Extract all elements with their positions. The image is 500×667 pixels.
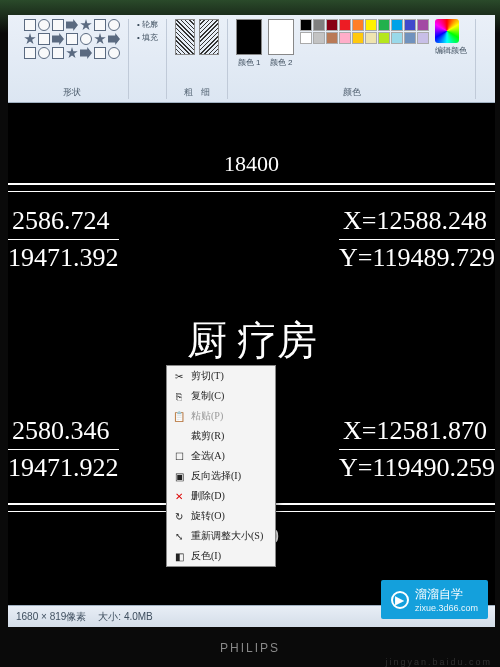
stroke-group: 粗 细 xyxy=(167,19,228,99)
color-swatch[interactable] xyxy=(339,19,351,31)
color2-swatch[interactable] xyxy=(268,19,294,55)
context-menu-item[interactable]: ◧反色(I) xyxy=(167,546,275,566)
stroke-thin-button[interactable] xyxy=(199,19,219,55)
menu-icon: ☐ xyxy=(173,450,185,462)
stroke-thick-button[interactable] xyxy=(175,19,195,55)
shape-icon[interactable] xyxy=(80,19,92,31)
shape-icon[interactable] xyxy=(38,33,50,45)
shapes-gallery[interactable] xyxy=(24,19,120,59)
shape-icon[interactable] xyxy=(66,47,78,59)
context-menu-item[interactable]: ↻旋转(O) xyxy=(167,506,275,526)
shape-icon[interactable] xyxy=(108,33,120,45)
shapes-group-label: 形状 xyxy=(63,86,81,99)
coord-x: X=12581.870 xyxy=(339,413,495,450)
thick-label: 粗 xyxy=(184,86,193,99)
shape-icon[interactable] xyxy=(108,47,120,59)
color-swatch[interactable] xyxy=(391,32,403,44)
monitor-bezel: PHILIPS jingyan.baidu.com xyxy=(0,627,500,667)
color-swatch[interactable] xyxy=(417,19,429,31)
coord-y: 19471.922 xyxy=(8,450,119,486)
colors-group: 颜色 1 颜色 2 编辑颜色 颜色 xyxy=(228,19,476,99)
menu-icon: ◧ xyxy=(173,550,185,562)
context-menu-item[interactable]: ✕删除(D) xyxy=(167,486,275,506)
faint-watermark: jingyan.baidu.com xyxy=(385,657,492,667)
shape-icon[interactable] xyxy=(66,19,78,31)
watermark-url: zixue.3d66.com xyxy=(415,603,478,613)
context-menu-item: 📋粘贴(P) xyxy=(167,406,275,426)
shape-icon[interactable] xyxy=(24,19,36,31)
coord-bottom-left: 2580.346 19471.922 xyxy=(8,413,119,487)
menu-label: 删除(D) xyxy=(191,489,225,503)
menu-icon: ▣ xyxy=(173,470,185,482)
center-label: 厨 疗房 xyxy=(187,313,317,368)
shape-icon[interactable] xyxy=(80,47,92,59)
menu-icon: ✕ xyxy=(173,490,185,502)
menu-label: 重新调整大小(S) xyxy=(191,529,263,543)
context-menu-item[interactable]: 裁剪(R) xyxy=(167,426,275,446)
coord-x: 2586.724 xyxy=(8,203,119,240)
menu-icon: ✂ xyxy=(173,370,185,382)
shape-icon[interactable] xyxy=(66,33,78,45)
color-swatch[interactable] xyxy=(352,32,364,44)
context-menu-item[interactable]: ⎘复制(C) xyxy=(167,386,275,406)
coord-top-right: X=12588.248 Y=119489.729 xyxy=(339,203,495,277)
menu-label: 粘贴(P) xyxy=(191,409,223,423)
monitor-brand: PHILIPS xyxy=(220,641,280,655)
shape-icon[interactable] xyxy=(24,33,36,45)
shape-icon[interactable] xyxy=(94,19,106,31)
color-swatch[interactable] xyxy=(378,32,390,44)
shape-icon[interactable] xyxy=(108,19,120,31)
shape-icon[interactable] xyxy=(24,47,36,59)
color-swatch[interactable] xyxy=(404,32,416,44)
color-swatch[interactable] xyxy=(352,19,364,31)
color-swatch[interactable] xyxy=(365,19,377,31)
coord-x: X=12588.248 xyxy=(339,203,495,240)
menu-label: 裁剪(R) xyxy=(191,429,224,443)
shape-icon[interactable] xyxy=(38,47,50,59)
color-swatch[interactable] xyxy=(326,19,338,31)
context-menu-item[interactable]: ☐全选(A) xyxy=(167,446,275,466)
color-swatch[interactable] xyxy=(404,19,416,31)
color-swatch[interactable] xyxy=(417,32,429,44)
coord-y: 19471.392 xyxy=(8,240,119,276)
color-swatch[interactable] xyxy=(300,19,312,31)
color-palette[interactable] xyxy=(300,19,429,44)
color-swatch[interactable] xyxy=(313,19,325,31)
shape-icon[interactable] xyxy=(80,33,92,45)
context-menu: ✂剪切(T)⎘复制(C)📋粘贴(P)裁剪(R)☐全选(A)▣反向选择(I)✕删除… xyxy=(166,365,276,567)
edit-colors-button[interactable] xyxy=(435,19,459,43)
thin-label: 细 xyxy=(201,86,210,99)
color-swatch[interactable] xyxy=(300,32,312,44)
status-size: 大小: 4.0MB xyxy=(98,610,152,624)
shape-icon[interactable] xyxy=(52,33,64,45)
color-swatch[interactable] xyxy=(391,19,403,31)
context-menu-item[interactable]: ▣反向选择(I) xyxy=(167,466,275,486)
dimension-top: 18400 xyxy=(224,151,279,177)
color-swatch[interactable] xyxy=(313,32,325,44)
color-swatch[interactable] xyxy=(339,32,351,44)
outline-button[interactable]: 轮廓 xyxy=(137,19,158,30)
color-swatch[interactable] xyxy=(365,32,377,44)
fill-button[interactable]: 填充 xyxy=(137,32,158,43)
shape-icon[interactable] xyxy=(52,47,64,59)
shape-icon[interactable] xyxy=(94,33,106,45)
menu-label: 全选(A) xyxy=(191,449,225,463)
color-swatch[interactable] xyxy=(326,32,338,44)
edit-colors-label: 编辑颜色 xyxy=(435,45,467,56)
canvas[interactable]: 18400 2586.724 19471.392 X=12588.248 Y=1… xyxy=(8,103,495,605)
color-swatch[interactable] xyxy=(378,19,390,31)
outline-fill-group: 轮廓 填充 xyxy=(129,19,167,99)
shape-icon[interactable] xyxy=(94,47,106,59)
menu-icon: 📋 xyxy=(173,410,185,422)
menu-label: 复制(C) xyxy=(191,389,224,403)
color1-swatch[interactable] xyxy=(236,19,262,55)
context-menu-item[interactable]: ✂剪切(T) xyxy=(167,366,275,386)
shape-icon[interactable] xyxy=(38,19,50,31)
ribbon-toolbar: 形状 轮廓 填充 粗 细 xyxy=(8,15,495,103)
menu-icon: ↻ xyxy=(173,510,185,522)
menu-label: 旋转(O) xyxy=(191,509,225,523)
play-icon: ▶ xyxy=(391,591,409,609)
context-menu-item[interactable]: ⤡重新调整大小(S) xyxy=(167,526,275,546)
shape-icon[interactable] xyxy=(52,19,64,31)
color2-label: 颜色 2 xyxy=(268,57,294,68)
